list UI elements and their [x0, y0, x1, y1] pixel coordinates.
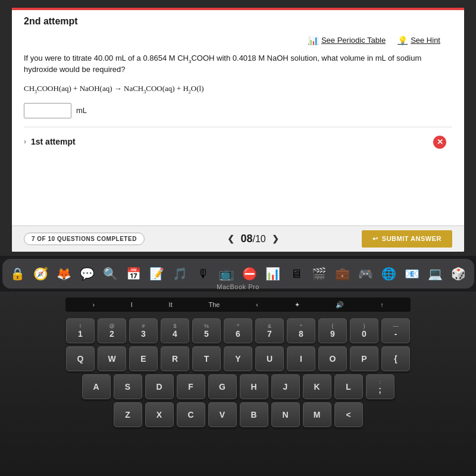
touch-key-back[interactable]: ‹ [256, 301, 258, 308]
key-7[interactable]: &7 [255, 318, 284, 343]
submit-icon: ↩ [372, 235, 378, 243]
key-s[interactable]: S [114, 374, 142, 399]
key-k[interactable]: K [303, 374, 331, 399]
equation-line: CH3COOH(aq) + NaOH(aq) → NaCH3COO(aq) + … [24, 84, 452, 93]
unit-label: mL [76, 106, 87, 115]
dock-icon-music[interactable]: 🎵 [170, 263, 191, 284]
key-j[interactable]: J [271, 374, 300, 399]
touch-key-brightness[interactable]: ✦ [295, 301, 300, 309]
touch-key-i[interactable]: I [131, 301, 133, 308]
dock-icon-chrome[interactable]: 🌐 [378, 263, 400, 284]
key-q[interactable]: Q [66, 346, 95, 371]
dock-icon-messages[interactable]: 💬 [77, 263, 98, 284]
bottom-bar: 7 OF 10 QUESTIONS COMPLETED ❮ 08/10 ❯ ↩ … [12, 226, 464, 252]
key-m[interactable]: M [303, 402, 331, 427]
dock-icon-video[interactable]: 🎬 [309, 263, 330, 284]
hint-link[interactable]: 💡 See Hint [397, 36, 440, 45]
questions-progress: 7 OF 10 QUESTIONS COMPLETED [24, 233, 145, 245]
dock-icon-mail[interactable]: 📧 [402, 263, 423, 284]
next-arrow[interactable]: ❯ [272, 234, 279, 243]
key-8[interactable]: *8 [287, 318, 315, 343]
key-v[interactable]: V [208, 402, 237, 427]
attempt-title: 2nd attempt [24, 16, 452, 27]
key-5[interactable]: %5 [192, 318, 221, 343]
key-9[interactable]: (9 [318, 318, 347, 343]
screen-content: 2nd attempt 📊 See Periodic Table 💡 See H… [12, 8, 464, 252]
tools-row: 📊 See Periodic Table 💡 See Hint [24, 36, 452, 45]
keyboard-row-asdf: A S D F G H J K L :; [82, 374, 394, 399]
dock-icon-notes[interactable]: 📝 [146, 263, 168, 284]
dock-icon-spotlight[interactable]: 🔍 [100, 263, 121, 284]
key-a[interactable]: A [82, 374, 111, 399]
key-colon[interactable]: :; [366, 374, 394, 399]
touch-key-it[interactable]: It [169, 301, 173, 308]
submit-button[interactable]: ↩ SUBMIT ANSWER [362, 230, 452, 248]
key-bracket[interactable]: { [381, 346, 410, 371]
page-current: 08 [240, 233, 252, 245]
dock-icon-word[interactable]: 💻 [425, 263, 446, 284]
key-c[interactable]: C [177, 402, 205, 427]
prev-attempt-row[interactable]: › 1st attempt ✕ [24, 132, 452, 151]
answer-input[interactable] [24, 103, 71, 118]
dock-icon-firefox[interactable]: 🦊 [54, 263, 75, 284]
key-t[interactable]: T [192, 346, 221, 371]
key-n[interactable]: N [271, 402, 300, 427]
key-w[interactable]: W [98, 346, 126, 371]
touch-key-angle[interactable]: › [92, 301, 95, 308]
key-o[interactable]: O [318, 346, 347, 371]
key-x[interactable]: X [145, 402, 174, 427]
dock-icon-safari[interactable]: 🧭 [30, 263, 52, 284]
question-text: If you were to titrate 40.00 mL of a 0.8… [24, 52, 452, 76]
submit-label: SUBMIT ANSWER [382, 235, 441, 242]
key-dash[interactable]: —- [381, 318, 410, 343]
key-1[interactable]: !1 [66, 318, 95, 343]
dock-icon-portfolio[interactable]: 💼 [332, 263, 353, 284]
key-3[interactable]: #3 [129, 318, 158, 343]
touch-key-arrow-up[interactable]: ↑ [380, 301, 384, 308]
nav-controls: ❮ 08/10 ❯ [227, 233, 278, 245]
dock-icon-calendar[interactable]: 📅 [123, 263, 145, 284]
key-r[interactable]: R [161, 346, 189, 371]
key-6[interactable]: ^6 [224, 318, 252, 343]
dock-icon-games[interactable]: 🎮 [355, 263, 377, 284]
key-b[interactable]: B [240, 402, 268, 427]
key-2[interactable]: @2 [98, 318, 126, 343]
touch-key-volume[interactable]: 🔊 [336, 301, 344, 309]
key-l[interactable]: L [334, 374, 363, 399]
key-z[interactable]: Z [114, 402, 142, 427]
hint-label: See Hint [411, 36, 440, 45]
key-y[interactable]: Y [224, 346, 252, 371]
divider [24, 127, 452, 127]
key-p[interactable]: P [350, 346, 378, 371]
hint-icon: 💡 [397, 36, 408, 45]
dock-area: 🔒 🧭 🦊 💬 🔍 📅 📝 🎵 🎙 📺 ⛔ 📊 🖥 🎬 💼 🎮 🌐 📧 💻 🎲 … [0, 256, 476, 292]
key-e[interactable]: E [129, 346, 158, 371]
key-0[interactable]: )0 [350, 318, 378, 343]
key-u[interactable]: U [255, 346, 284, 371]
key-i[interactable]: I [287, 346, 315, 371]
dock-icon-extra[interactable]: 🎲 [448, 263, 469, 284]
key-g[interactable]: G [208, 374, 237, 399]
laptop-screen: 2nd attempt 📊 See Periodic Table 💡 See H… [0, 0, 476, 256]
page-indicator: 08/10 [240, 233, 265, 245]
periodic-table-link[interactable]: 📊 See Periodic Table [308, 36, 386, 45]
dock-icon-numbers[interactable]: 📊 [262, 263, 284, 284]
dock-icon-podcasts[interactable]: 🎙 [193, 263, 214, 284]
prev-arrow[interactable]: ❮ [227, 234, 234, 243]
dock-icon-monitor[interactable]: 🖥 [286, 263, 307, 284]
answer-row: mL [24, 103, 452, 118]
dock-icon-finder[interactable]: 🔒 [7, 263, 29, 284]
dock-icon-tv[interactable]: 📺 [216, 263, 237, 284]
keyboard-row-numbers: !1 @2 #3 $4 %5 ^6 &7 *8 (9 )0 —- [66, 318, 410, 343]
periodic-table-icon: 📊 [308, 36, 318, 45]
key-4[interactable]: $4 [161, 318, 189, 343]
key-less[interactable]: < [334, 402, 363, 427]
key-f[interactable]: F [177, 374, 205, 399]
keyboard-row-qwerty: Q W E R T Y U I O P { [66, 346, 410, 371]
keyboard-row-zxcv: Z X C V B N M < [114, 402, 363, 427]
touch-key-the[interactable]: The [208, 301, 220, 308]
dock-icon-stop[interactable]: ⛔ [239, 263, 261, 284]
key-d[interactable]: D [145, 374, 174, 399]
touch-bar: › I It The ‹ ✦ 🔊 ↑ [65, 298, 411, 312]
key-h[interactable]: H [240, 374, 268, 399]
